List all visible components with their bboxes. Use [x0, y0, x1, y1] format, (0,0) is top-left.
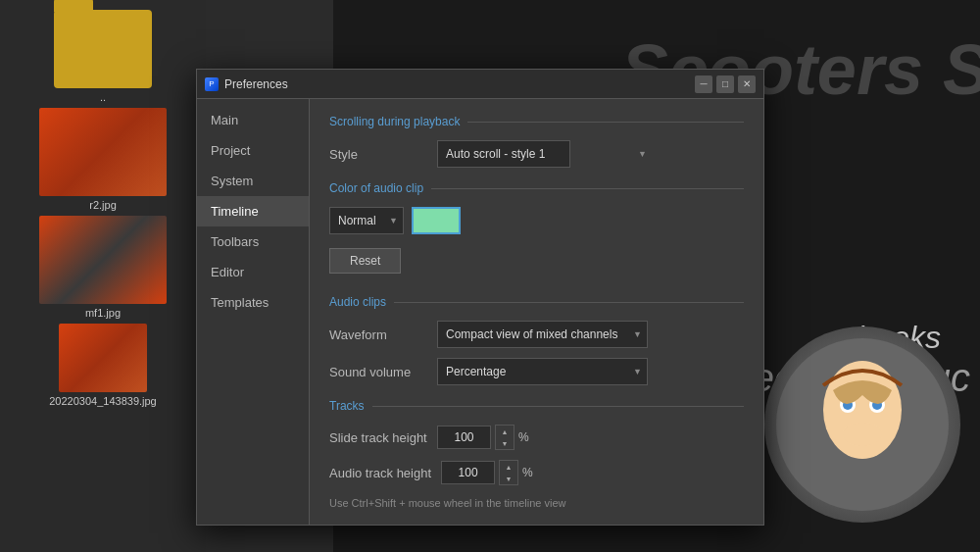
volume-select[interactable]: Percentage dB: [437, 358, 648, 385]
slide-track-label: Slide track height: [329, 430, 427, 445]
audio-track-spinner: 100 ▲ ▼ %: [441, 460, 533, 485]
svg-point-6: [843, 423, 882, 446]
audio-track-input[interactable]: 100: [441, 461, 495, 484]
slide-track-input[interactable]: 100: [437, 426, 491, 449]
sidebar-item-timeline[interactable]: Timeline: [197, 196, 309, 226]
style-select[interactable]: Auto scroll - style 1 Auto scroll - styl…: [437, 140, 570, 168]
sidebar: Main Project System Timeline Toolbars Ed…: [197, 99, 310, 525]
audio-track-percent: %: [522, 466, 533, 479]
audio-track-up-arrow[interactable]: ▲: [500, 461, 517, 473]
dialog-titlebar: P Preferences ─ □ ✕: [197, 70, 763, 99]
folder-icon: [54, 10, 152, 88]
slide-track-arrows: ▲ ▼: [495, 425, 514, 450]
main-content: Scrolling during playback Style Auto scr…: [310, 99, 763, 525]
slide-track-spinner: 100 ▲ ▼ %: [437, 425, 529, 450]
audio-track-arrows: ▲ ▼: [499, 460, 518, 485]
close-button[interactable]: ✕: [738, 75, 756, 93]
list-item[interactable]: r2.jpg: [34, 108, 172, 211]
section-scrolling-header: Scrolling during playback: [329, 115, 744, 128]
style-row: Style Auto scroll - style 1 Auto scroll …: [329, 140, 744, 168]
file-label: r2.jpg: [89, 199, 117, 211]
slide-track-percent: %: [518, 430, 529, 444]
maximize-button[interactable]: □: [716, 75, 734, 93]
section-audio-clips-header: Audio clips: [329, 295, 744, 309]
section-color-header: Color of audio clip: [329, 181, 744, 195]
style-select-wrapper: Auto scroll - style 1 Auto scroll - styl…: [437, 140, 653, 168]
list-item[interactable]: ..: [34, 10, 172, 103]
sidebar-item-editor[interactable]: Editor: [197, 257, 309, 287]
sidebar-item-templates[interactable]: Templates: [197, 287, 309, 318]
list-item[interactable]: mf1.jpg: [34, 216, 172, 319]
sidebar-item-system[interactable]: System: [197, 166, 309, 196]
color-controls: Normal Custom: [329, 207, 461, 234]
app-icon: P: [205, 77, 219, 91]
file-label: 20220304_143839.jpg: [49, 395, 157, 407]
volume-select-wrapper: Percentage dB: [437, 358, 648, 385]
reset-row: Reset: [329, 244, 744, 281]
color-row: Normal Custom: [329, 207, 744, 234]
audio-track-row: Audio track height 100 ▲ ▼ %: [329, 460, 744, 485]
anime-circle: [764, 326, 960, 523]
list-item[interactable]: 20220304_143839.jpg: [34, 324, 172, 407]
thumbnail-image: [39, 108, 167, 196]
reset-button[interactable]: Reset: [329, 248, 401, 274]
slide-track-row: Slide track height 100 ▲ ▼ %: [329, 425, 744, 450]
file-label: ..: [100, 91, 106, 103]
dialog-body: Main Project System Timeline Toolbars Ed…: [197, 99, 763, 525]
sidebar-item-toolbars[interactable]: Toolbars: [197, 226, 309, 257]
thumbnail-image: [39, 216, 167, 304]
sidebar-item-main[interactable]: Main: [197, 105, 309, 135]
section-tracks-header: Tracks: [329, 399, 744, 413]
color-select[interactable]: Normal Custom: [329, 207, 404, 234]
hint-text: Use Ctrl+Shift + mouse wheel in the time…: [329, 497, 744, 509]
waveform-select-wrapper: Compact view of mixed channels Full wave…: [437, 321, 648, 348]
thumbnail-image: [59, 324, 147, 392]
file-panel: .. r2.jpg mf1.jpg 20220304_143839.jpg: [0, 0, 206, 552]
waveform-label: Waveform: [329, 327, 427, 342]
volume-row: Sound volume Percentage dB: [329, 358, 744, 385]
waveform-select[interactable]: Compact view of mixed channels Full wave…: [437, 321, 648, 348]
dialog-title: Preferences: [224, 77, 288, 91]
color-select-wrapper: Normal Custom: [329, 207, 404, 234]
dialog-title-area: P Preferences: [205, 77, 288, 91]
preferences-dialog: P Preferences ─ □ ✕ Main Project System …: [196, 69, 764, 526]
slide-track-down-arrow[interactable]: ▼: [496, 437, 514, 449]
volume-label: Sound volume: [329, 365, 427, 379]
waveform-row: Waveform Compact view of mixed channels …: [329, 321, 744, 348]
window-controls: ─ □ ✕: [695, 75, 756, 93]
style-label: Style: [329, 147, 427, 162]
color-preview[interactable]: [412, 207, 461, 234]
file-label: mf1.jpg: [85, 307, 121, 319]
slide-track-up-arrow[interactable]: ▲: [496, 426, 514, 437]
minimize-button[interactable]: ─: [695, 75, 712, 93]
audio-track-label: Audio track height: [329, 466, 431, 480]
sidebar-item-project[interactable]: Project: [197, 135, 309, 166]
audio-track-down-arrow[interactable]: ▼: [500, 473, 517, 484]
